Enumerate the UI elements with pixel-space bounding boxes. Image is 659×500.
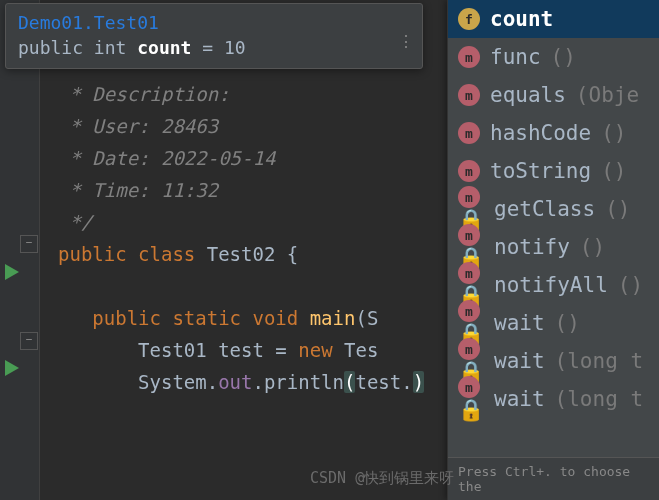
completion-item[interactable]: mequals(Obje: [448, 76, 659, 114]
completion-item[interactable]: m🔒getClass(): [448, 190, 659, 228]
method-badge-icon: m: [458, 160, 480, 182]
quick-doc-path[interactable]: Demo01.Test01: [18, 12, 410, 33]
completion-item[interactable]: fcount: [448, 0, 659, 38]
completion-item-args: (): [601, 159, 626, 183]
run-gutter-icon[interactable]: [5, 264, 19, 280]
completion-item-label: wait: [494, 387, 545, 411]
code-line: System.out.println(test.): [34, 366, 424, 398]
method-badge-icon: m: [458, 84, 480, 106]
quick-doc-menu-icon[interactable]: ⋮: [398, 32, 414, 51]
code-line: public class Test02 {: [34, 238, 424, 270]
method-badge-icon: m: [458, 46, 480, 68]
completion-item-label: equals: [490, 83, 566, 107]
method-badge-icon: m: [458, 262, 480, 284]
completion-item-label: wait: [494, 311, 545, 335]
code-line: * User: 28463: [34, 110, 424, 142]
run-gutter-icon[interactable]: [5, 360, 19, 376]
method-badge-icon: m: [458, 122, 480, 144]
completion-item-args: (): [618, 273, 643, 297]
code-line: [34, 270, 424, 302]
code-line: */: [34, 206, 424, 238]
completion-item-label: count: [490, 7, 553, 31]
completion-item-args: (long t: [555, 387, 644, 411]
completion-item[interactable]: m🔒notifyAll(): [448, 266, 659, 304]
code-line: * Date: 2022-05-14: [34, 142, 424, 174]
code-line: public static void main(S: [34, 302, 424, 334]
method-badge-icon: m: [458, 224, 480, 246]
completion-item[interactable]: mfunc(): [448, 38, 659, 76]
completion-item[interactable]: m🔒wait(long t: [448, 380, 659, 418]
completion-item-args: (Obje: [576, 83, 639, 107]
method-badge-icon: m: [458, 300, 480, 322]
method-badge-icon: m: [458, 338, 480, 360]
completion-item-label: toString: [490, 159, 591, 183]
completion-item-label: func: [490, 45, 541, 69]
completion-item-label: notifyAll: [494, 273, 608, 297]
code-line: Test01 test = new Tes: [34, 334, 424, 366]
lock-icon: 🔒: [458, 398, 484, 422]
completion-item-args: (): [605, 197, 630, 221]
completion-item-label: getClass: [494, 197, 595, 221]
completion-item[interactable]: m🔒notify(): [448, 228, 659, 266]
completion-item[interactable]: m🔒wait(long t: [448, 342, 659, 380]
completion-item[interactable]: mhashCode(): [448, 114, 659, 152]
completion-popup[interactable]: fcountmfunc()mequals(ObjemhashCode()mtoS…: [447, 0, 659, 500]
completion-item[interactable]: m🔒wait(): [448, 304, 659, 342]
code-line: * Description:: [34, 78, 424, 110]
watermark-text: CSDN @快到锅里来呀: [310, 469, 454, 488]
field-badge-icon: f: [458, 8, 480, 30]
completion-item-label: hashCode: [490, 121, 591, 145]
completion-item-args: (): [580, 235, 605, 259]
completion-footer-hint: Press Ctrl+. to choose the: [448, 457, 659, 500]
completion-item-args: (long t: [555, 349, 644, 373]
completion-item-args: (): [601, 121, 626, 145]
method-badge-icon: m: [458, 376, 480, 398]
completion-item-args: (): [555, 311, 580, 335]
completion-item-label: notify: [494, 235, 570, 259]
quick-doc-popup: Demo01.Test01 public int count = 10 ⋮: [5, 3, 423, 69]
completion-item-args: (): [551, 45, 576, 69]
completion-item-label: wait: [494, 349, 545, 373]
quick-doc-signature: public int count = 10: [18, 37, 410, 58]
method-badge-icon: m: [458, 186, 480, 208]
completion-item[interactable]: mtoString(): [448, 152, 659, 190]
code-line: * Time: 11:32: [34, 174, 424, 206]
